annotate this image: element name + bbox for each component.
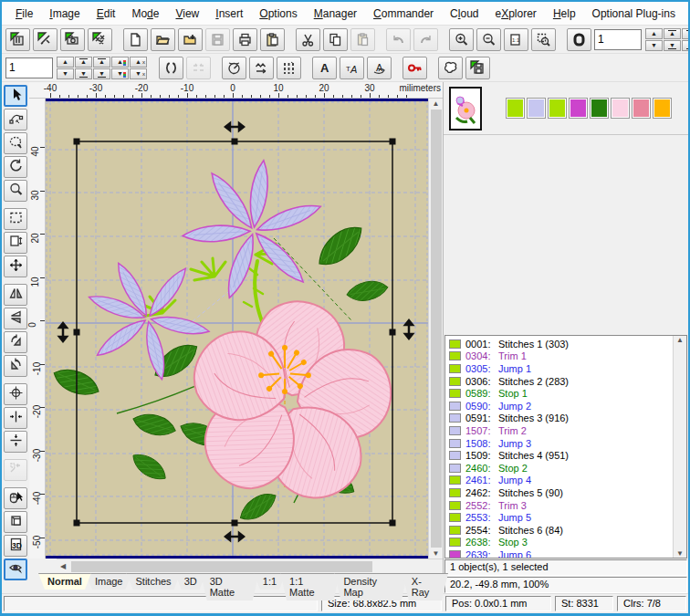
stitch-up-button[interactable]: ▲ <box>57 57 74 68</box>
stitch-list-item[interactable]: 2638:Stop 3 <box>449 537 673 549</box>
stitch-to-end-button[interactable]: ▼ <box>93 68 110 79</box>
stitch-up-block-button[interactable]: ▲ <box>664 28 681 39</box>
center-horizontal-button[interactable] <box>4 407 27 429</box>
copy-button[interactable] <box>323 28 348 51</box>
paste-special-button[interactable] <box>260 28 285 51</box>
stitch-number-input-1[interactable] <box>594 29 642 50</box>
stitch-list-scrollbar[interactable]: ▲ ▼ <box>673 336 686 558</box>
menu-insert[interactable]: Insert <box>207 5 251 23</box>
view-3d-button[interactable]: 3D <box>4 535 27 557</box>
scroll-up-icon[interactable]: ▲ <box>676 336 684 344</box>
tab-x-ray[interactable]: X-Ray <box>402 573 448 600</box>
color-swatch-2[interactable] <box>527 98 546 119</box>
tab-image[interactable]: Image <box>86 573 132 590</box>
cut-button[interactable] <box>296 28 320 51</box>
scroll-left-icon[interactable]: ◀ <box>57 561 69 571</box>
studio-button[interactable] <box>60 28 85 51</box>
freehand-shape-button[interactable] <box>438 57 463 79</box>
stitch-number-input-2[interactable] <box>5 57 53 78</box>
stitch-down-button[interactable]: ▼ <box>57 68 74 79</box>
stitch-down-button[interactable]: ▼ <box>645 40 663 51</box>
save-flag-button[interactable] <box>465 57 490 79</box>
stitch-list-item[interactable]: 1507:Trim 2 <box>449 424 673 437</box>
menu-file[interactable]: File <box>7 5 41 23</box>
menu-image[interactable]: Image <box>41 5 88 23</box>
rotate-button[interactable] <box>4 156 27 178</box>
open-button[interactable] <box>151 28 175 51</box>
color-swatch-5[interactable] <box>590 98 609 119</box>
stitch-list-item[interactable]: 1509:Stitches 4 (951) <box>449 449 673 462</box>
pointer-mode-button[interactable] <box>4 487 27 509</box>
text-button[interactable]: A <box>312 57 337 79</box>
menu-manager[interactable]: Manager <box>306 5 365 23</box>
menu-optional-plug-ins[interactable]: Optional Plug-ins <box>584 5 684 23</box>
menu-cloud[interactable]: Cloud <box>442 5 486 23</box>
stitch-list-item[interactable]: 0306:Stitches 2 (283) <box>449 375 673 388</box>
stitch-down-special-button[interactable]: ▼ <box>130 68 147 79</box>
editor-button[interactable] <box>33 28 58 51</box>
stitch-down-color-button[interactable]: ▼ <box>111 68 129 79</box>
lasso-button[interactable] <box>4 132 27 154</box>
stitch-to-end-button[interactable]: ▼ <box>682 40 690 51</box>
menu-options[interactable]: Options <box>251 5 305 23</box>
resize-button[interactable] <box>4 232 27 254</box>
tab-1-1-matte[interactable]: 1:1 Matte <box>280 573 340 600</box>
tab-3d-matte[interactable]: 3D Matte <box>201 573 259 600</box>
zoom-selection-button[interactable] <box>531 28 556 51</box>
simulator-button[interactable] <box>222 57 246 79</box>
password-key-button[interactable] <box>402 57 427 79</box>
menu-help[interactable]: Help <box>545 5 584 23</box>
color-swatch-6[interactable] <box>611 98 630 119</box>
color-swatch-7[interactable] <box>632 98 651 119</box>
stitch-to-start-button[interactable]: ▲ <box>682 28 690 39</box>
print-button[interactable] <box>233 28 257 51</box>
stitch-list-item[interactable]: 0590:Jump 2 <box>449 400 673 412</box>
stitch-list-item[interactable]: 0304:Trim 1 <box>449 350 673 363</box>
stitch-list-item[interactable]: 2461:Jump 4 <box>449 475 673 487</box>
stitch-list-item[interactable]: 2554:Stitches 6 (84) <box>449 524 673 537</box>
tab-stitches[interactable]: Stitches <box>126 573 180 590</box>
density-button[interactable] <box>277 57 301 79</box>
stitch-length-button[interactable] <box>249 57 274 79</box>
menu-commander[interactable]: Commander <box>365 5 442 23</box>
canvas-vertical-scrollbar[interactable]: ▲ ▼ <box>428 99 443 559</box>
stitch-list-item[interactable]: 0591:Stitches 3 (916) <box>449 412 673 425</box>
monogram-button[interactable]: A <box>367 57 392 79</box>
stitch-list-item[interactable]: 0001:Stitches 1 (303) <box>449 338 673 350</box>
stitch-list-item[interactable]: 2460:Stop 2 <box>449 462 673 475</box>
canvas-horizontal-scrollbar[interactable]: ◀ ▶ <box>57 559 458 573</box>
menu-edit[interactable]: Edit <box>89 5 124 23</box>
rotate-left-button[interactable] <box>4 331 27 353</box>
stitch-up-color-button[interactable]: ▲ <box>111 57 129 68</box>
font-button[interactable]: TA <box>340 57 364 79</box>
stitch-to-start-button[interactable]: ▲ <box>93 57 110 68</box>
stitch-list-item[interactable]: 0305:Jump 1 <box>449 362 673 375</box>
stitch-list-item[interactable]: 1508:Jump 3 <box>449 437 673 450</box>
cross-stitch-button[interactable] <box>88 28 112 51</box>
scroll-down-icon[interactable]: ▼ <box>676 549 684 558</box>
zoom-1-1-button[interactable]: 1:1 <box>504 28 528 51</box>
select-button[interactable] <box>4 85 27 107</box>
menu-view[interactable]: View <box>167 5 207 23</box>
zoom-tool-button[interactable] <box>4 180 27 202</box>
preview-eye-button[interactable] <box>4 559 27 580</box>
rect-select-button[interactable] <box>4 208 27 230</box>
stitch-down-block-button[interactable]: ▼ <box>664 40 681 51</box>
stitch-up-button[interactable]: ▲ <box>645 28 663 39</box>
stitch-list-item[interactable]: 0589:Stop 1 <box>449 387 673 400</box>
open-add-button[interactable] <box>178 28 203 51</box>
stitch-list-item[interactable]: 2639:Jump 6 <box>449 548 673 558</box>
color-swatch-8[interactable] <box>653 98 672 119</box>
reverse-order-button[interactable] <box>159 57 183 79</box>
rotate-right-button[interactable] <box>4 355 27 377</box>
stitch-list-item[interactable]: 2462:Stitches 5 (90) <box>449 486 673 499</box>
new-button[interactable] <box>123 28 148 51</box>
design-canvas[interactable] <box>46 99 428 559</box>
stitch-list-item[interactable]: 2552:Trim 3 <box>449 499 673 512</box>
swap-view-button[interactable] <box>4 511 27 533</box>
mirror-vertical-button[interactable] <box>4 308 27 329</box>
stitch-list-item[interactable]: 2553:Jump 5 <box>449 511 673 524</box>
stitch-up-block-button[interactable]: ▲ <box>75 57 92 68</box>
design-thumbnail[interactable] <box>449 87 482 131</box>
mirror-horizontal-button[interactable] <box>4 284 27 306</box>
